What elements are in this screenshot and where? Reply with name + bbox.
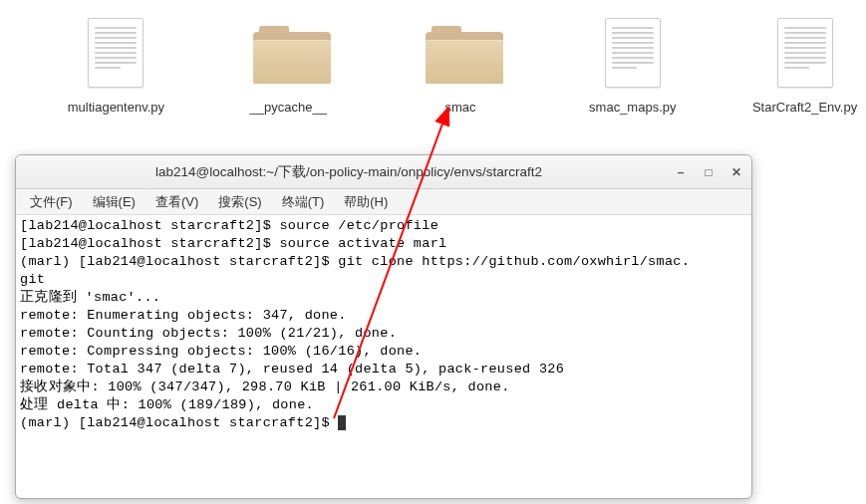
terminal-line: remote: Counting objects: 100% (21/21), … xyxy=(20,325,747,343)
file-label: StarCraft2_Env.py xyxy=(752,100,857,115)
terminal-line: 接收对象中: 100% (347/347), 298.70 KiB | 261.… xyxy=(20,378,747,396)
close-button[interactable]: ✕ xyxy=(729,165,743,179)
window-title: lab214@localhost:~/下载/on-policy-main/onp… xyxy=(24,163,674,181)
file-item-multiagentenv[interactable]: multiagentenv.py xyxy=(60,10,172,139)
terminal-line: remote: Enumerating objects: 347, done. xyxy=(20,307,747,325)
folder-icon xyxy=(426,10,495,96)
file-item-smacmaps[interactable]: smac_maps.py xyxy=(576,10,689,139)
terminal-line: remote: Total 347 (delta 7), reused 14 (… xyxy=(20,361,747,378)
menu-file[interactable]: 文件(F) xyxy=(20,189,83,214)
menu-view[interactable]: 查看(V) xyxy=(145,189,208,214)
window-controls: – □ ✕ xyxy=(674,165,743,179)
document-icon xyxy=(770,10,840,96)
folder-item-smac[interactable]: smac xyxy=(405,10,517,139)
document-icon xyxy=(81,10,150,96)
file-label: smac_maps.py xyxy=(589,100,676,115)
menu-help[interactable]: 帮助(H) xyxy=(334,189,398,214)
terminal-prompt-line: (marl) [lab214@localhost starcraft2]$ xyxy=(20,414,747,432)
terminal-line: 正克隆到 'smac'... xyxy=(20,289,747,307)
menu-bar: 文件(F) 编辑(E) 查看(V) 搜索(S) 终端(T) 帮助(H) xyxy=(16,189,751,215)
maximize-button[interactable]: □ xyxy=(702,165,716,179)
terminal-line: [lab214@localhost starcraft2]$ source /e… xyxy=(20,217,747,235)
menu-edit[interactable]: 编辑(E) xyxy=(83,189,145,214)
terminal-line: 处理 delta 中: 100% (189/189), done. xyxy=(20,396,747,414)
terminal-line: remote: Compressing objects: 100% (16/16… xyxy=(20,343,747,361)
file-manager-area: multiagentenv.py __pycache__ smac smac_m… xyxy=(60,0,861,139)
title-bar[interactable]: lab214@localhost:~/下载/on-policy-main/onp… xyxy=(16,155,751,189)
cursor-icon xyxy=(338,415,346,430)
file-label: smac xyxy=(444,100,475,115)
terminal-line: (marl) [lab214@localhost starcraft2]$ gi… xyxy=(20,253,747,271)
terminal-line: git xyxy=(20,271,747,289)
terminal-body[interactable]: [lab214@localhost starcraft2]$ source /e… xyxy=(16,215,751,434)
file-label: __pycache__ xyxy=(250,100,327,115)
file-item-starcraft2env[interactable]: StarCraft2_Env.py xyxy=(748,10,861,139)
minimize-button[interactable]: – xyxy=(674,165,688,179)
terminal-line: [lab214@localhost starcraft2]$ source ac… xyxy=(20,235,747,253)
terminal-window: lab214@localhost:~/下载/on-policy-main/onp… xyxy=(15,154,752,499)
folder-item-pycache[interactable]: __pycache__ xyxy=(232,10,345,139)
menu-search[interactable]: 搜索(S) xyxy=(208,189,271,214)
folder-icon xyxy=(253,10,323,96)
document-icon xyxy=(598,10,668,96)
menu-terminal[interactable]: 终端(T) xyxy=(272,189,335,214)
file-label: multiagentenv.py xyxy=(68,100,164,115)
